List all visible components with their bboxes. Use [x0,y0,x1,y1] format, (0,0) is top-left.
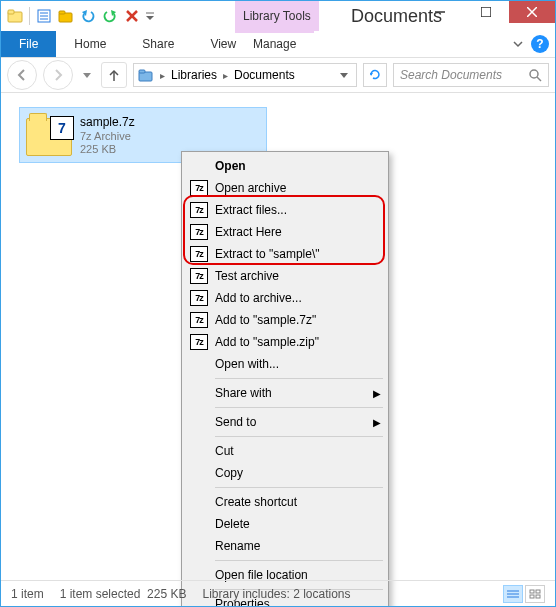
status-library-info[interactable]: Library includes: 2 locations [202,587,350,601]
maximize-button[interactable] [463,1,509,23]
window-controls [417,1,555,23]
menu-create-shortcut[interactable]: Create shortcut [185,491,385,513]
ribbon-collapse-icon[interactable] [513,39,523,49]
forward-button[interactable] [43,60,73,90]
menu-separator [215,560,383,561]
status-selection: 1 item selected 225 KB [60,587,187,601]
svg-rect-7 [59,11,65,14]
7z-icon: 7z [190,334,208,350]
file-tab[interactable]: File [1,31,56,57]
menu-add-to-7z[interactable]: 7zAdd to "sample.7z" [185,309,385,331]
menu-separator [215,407,383,408]
menu-rename[interactable]: Rename [185,535,385,557]
tab-share[interactable]: Share [124,31,192,57]
menu-separator [215,487,383,488]
menu-separator [215,436,383,437]
menu-extract-to[interactable]: 7zExtract to "sample\" [185,243,385,265]
file-icon-7z-archive: 7 [26,112,72,158]
details-view-button[interactable] [503,585,523,603]
tab-manage[interactable]: Manage [235,31,314,55]
status-bar: 1 item 1 item selected 225 KB Library in… [1,580,555,606]
qat-dropdown-icon[interactable] [144,5,156,27]
address-bar[interactable]: ▸ Libraries ▸ Documents [133,63,357,87]
tab-home[interactable]: Home [56,31,124,57]
menu-open[interactable]: Open [185,155,385,177]
file-size: 225 KB [80,143,135,155]
svg-point-24 [530,70,538,78]
back-button[interactable] [7,60,37,90]
contextual-tab-header: Library Tools [235,1,319,31]
icons-view-button[interactable] [525,585,545,603]
svg-rect-30 [536,590,540,593]
menu-copy[interactable]: Copy [185,462,385,484]
menu-send-to[interactable]: Send to▶ [185,411,385,433]
menu-open-archive[interactable]: 7zOpen archive [185,177,385,199]
content-area[interactable]: 7 sample.7z 7z Archive 225 KB Open 7zOpe… [1,93,555,580]
separator [29,7,30,25]
help-icon[interactable]: ? [531,35,549,53]
7z-icon: 7z [190,246,208,262]
file-type: 7z Archive [80,130,135,142]
title-bar: Library Tools Documents [1,1,555,31]
status-item-count: 1 item [11,587,44,601]
search-input[interactable]: Search Documents [393,63,549,87]
redo-icon[interactable] [100,5,120,27]
navigation-bar: ▸ Libraries ▸ Documents Search Documents [1,58,555,92]
submenu-arrow-icon: ▶ [373,417,381,428]
new-folder-icon[interactable] [56,5,76,27]
address-dropdown-icon[interactable] [336,71,352,79]
delete-icon[interactable] [122,5,142,27]
context-menu: Open 7zOpen archive 7zExtract files... 7… [181,151,389,607]
svg-marker-22 [340,73,348,78]
svg-marker-18 [83,73,91,78]
svg-rect-29 [530,590,534,593]
menu-separator [215,378,383,379]
menu-test-archive[interactable]: 7zTest archive [185,265,385,287]
svg-marker-13 [146,16,154,20]
submenu-arrow-icon: ▶ [373,388,381,399]
up-button[interactable] [101,62,127,88]
menu-cut[interactable]: Cut [185,440,385,462]
svg-line-25 [537,77,541,81]
7z-icon: 7z [190,224,208,240]
file-name: sample.7z [80,115,135,129]
menu-extract-files[interactable]: 7zExtract files... [185,199,385,221]
menu-share-with[interactable]: Share with▶ [185,382,385,404]
menu-extract-here[interactable]: 7zExtract Here [185,221,385,243]
chevron-right-icon[interactable]: ▸ [223,70,228,81]
svg-rect-15 [481,7,491,17]
menu-open-with[interactable]: Open with... [185,353,385,375]
search-icon[interactable] [528,68,542,82]
7z-icon: 7z [190,312,208,328]
search-placeholder: Search Documents [400,68,502,82]
menu-add-to-archive[interactable]: 7zAdd to archive... [185,287,385,309]
minimize-button[interactable] [417,1,463,23]
svg-rect-1 [8,10,14,14]
7z-icon: 7z [190,290,208,306]
menu-delete[interactable]: Delete [185,513,385,535]
refresh-button[interactable] [363,63,387,87]
breadcrumb-segment[interactable]: Libraries [171,68,217,82]
folder-icon [138,68,154,82]
svg-rect-31 [530,595,534,598]
undo-icon[interactable] [78,5,98,27]
view-switcher [503,585,545,603]
svg-rect-32 [536,595,540,598]
close-button[interactable] [509,1,555,23]
app-icon[interactable] [5,5,25,27]
quick-access-toolbar [1,1,160,31]
menu-add-to-zip[interactable]: 7zAdd to "sample.zip" [185,331,385,353]
svg-rect-21 [139,70,145,73]
recent-dropdown-icon[interactable] [79,62,95,88]
breadcrumb-segment[interactable]: Documents [234,68,295,82]
7z-icon: 7z [190,180,208,196]
chevron-right-icon[interactable]: ▸ [160,70,165,81]
7z-icon: 7z [190,268,208,284]
ribbon-tabs: File Home Share View Manage ? [1,31,555,57]
file-meta: sample.7z 7z Archive 225 KB [80,115,135,155]
7z-icon: 7z [190,202,208,218]
properties-icon[interactable] [34,5,54,27]
